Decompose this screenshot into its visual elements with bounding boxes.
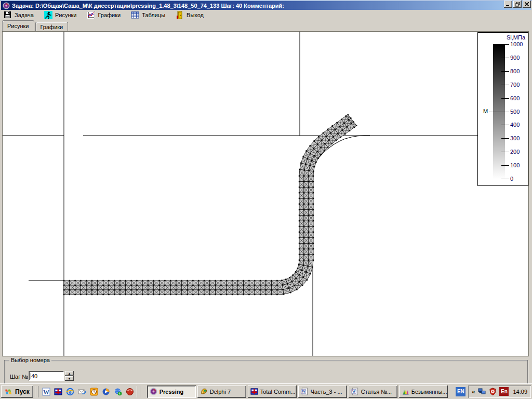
step-spinner: ▲ ▼ [65, 371, 74, 381]
total-commander-icon [250, 388, 258, 395]
colorbar-tick [501, 165, 509, 166]
step-number-label: Шаг № [10, 374, 28, 380]
table-icon [131, 11, 139, 19]
toolbar-label-task: Задача [15, 12, 34, 18]
word-icon[interactable]: W [41, 387, 51, 397]
outlook-express-icon[interactable] [77, 387, 87, 397]
download-manager-icon[interactable] [113, 387, 123, 397]
network-icon[interactable] [477, 388, 486, 396]
task-label: Статья №... [361, 389, 392, 395]
task-buttons: Pressing Delphi 7 Total Comm... W Часть_… [147, 385, 448, 398]
internet-explorer-icon[interactable]: e [65, 387, 75, 397]
task-label: Delphi 7 [210, 389, 231, 395]
colorbar-tick-label: 400 [510, 122, 520, 128]
spinner-down-button[interactable]: ▼ [65, 376, 74, 381]
taskbar-clock[interactable]: 14:09 [513, 389, 527, 395]
exit-button[interactable]: Выход [174, 10, 205, 20]
total-commander-icon[interactable] [53, 387, 63, 397]
antivirus-shield-icon[interactable] [488, 388, 497, 396]
toolbar-label-pictures: Рисунки [55, 12, 77, 18]
tab-pictures-label: Рисунки [7, 23, 29, 29]
language-indicator[interactable]: EN [456, 387, 466, 396]
task-button-delphi[interactable]: Delphi 7 [197, 385, 246, 398]
punto-switcher-indicator[interactable]: En [499, 387, 509, 396]
paint-icon [402, 388, 409, 395]
task-label: Total Comm... [260, 389, 296, 395]
tray-overflow-chevron[interactable]: « [472, 389, 475, 395]
tab-charts-label: Графики [41, 24, 63, 30]
step-number-input[interactable]: 40 [29, 371, 64, 381]
colorbar-tick-label: 1000 [510, 42, 523, 47]
svg-text:W: W [43, 388, 49, 395]
colorbar-tick-label: 300 [510, 136, 520, 141]
task-label: Pressing [159, 389, 183, 395]
die-lines [3, 32, 477, 356]
colorbar-tick-label: 700 [510, 82, 520, 88]
colorbar-title: Si,МПа [507, 34, 525, 41]
toolbar-label-charts: Графики [98, 12, 121, 18]
spinner-up-button[interactable]: ▲ [65, 371, 74, 376]
windows-logo-icon [5, 388, 13, 395]
step-group-legend: Выбор номера [9, 357, 51, 363]
colorbar-tick [501, 138, 509, 139]
colorbar-tick [501, 179, 509, 179]
task-button-word-doc-1[interactable]: W Часть_3 - ... [298, 385, 347, 398]
restore-button[interactable] [513, 1, 522, 8]
taskbar: Пуск We Pressing Delphi 7 Total Comm... … [0, 383, 532, 399]
browser-icon[interactable] [125, 387, 135, 397]
clock-app-icon[interactable] [89, 387, 99, 397]
start-button[interactable]: Пуск [1, 385, 33, 398]
colorbar-tick-label: 800 [510, 69, 520, 74]
titlebar[interactable]: Задача: D:\Общая\Саша_М\К диссертации\pr… [1, 1, 531, 10]
window-title: Задача: D:\Общая\Саша_М\К диссертации\pr… [12, 3, 284, 9]
task-button-pressing[interactable]: Pressing [147, 385, 196, 398]
colorbar-tick [501, 98, 509, 99]
line-chart-icon [87, 11, 95, 19]
workpiece-mesh [63, 114, 357, 295]
fem-simulation-view [3, 32, 528, 356]
colorbar-tick-label: 200 [510, 149, 520, 155]
pressing-app-icon [150, 388, 157, 395]
exit-door-icon [176, 11, 184, 19]
task-button[interactable]: Задача [2, 10, 35, 20]
colorbar-tick [501, 58, 509, 58]
colorbar-tick-label: 500 [510, 109, 520, 115]
colorbar-tick [501, 85, 509, 85]
colorbar-tick-label: 100 [510, 163, 520, 168]
taskbar-grip[interactable] [137, 386, 140, 397]
tab-pictures[interactable]: Рисунки [2, 20, 34, 31]
task-button-total-commander[interactable]: Total Comm... [248, 385, 297, 398]
colorbar-tick [501, 152, 509, 152]
simulation-canvas: Si,МПа 10009008007006005004003002001000 … [2, 31, 529, 356]
taskbar-grip[interactable] [35, 386, 38, 397]
toolbar-label-tables: Таблицы [142, 12, 165, 18]
word-doc-icon: W [351, 388, 359, 395]
task-button-untitled[interactable]: Безымянны... [399, 385, 448, 398]
colorbar-tick [501, 125, 509, 125]
delphi-icon [200, 388, 208, 395]
media-player-icon[interactable] [101, 387, 111, 397]
task-label: Безымянны... [411, 389, 447, 395]
pictures-button[interactable]: Рисунки [43, 10, 78, 20]
colorbar-tick-label: 0 [510, 176, 513, 182]
running-man-icon [44, 11, 52, 19]
task-button-word-doc-2[interactable]: W Статья №... [349, 385, 397, 398]
close-button[interactable] [523, 1, 531, 8]
step-panel: Выбор номера Шаг № 40 ▲ ▼ [1, 357, 531, 383]
floppy-disk-icon [4, 11, 12, 19]
app-icon [3, 2, 10, 9]
colorbar-tick [501, 71, 509, 72]
tables-button[interactable]: Таблицы [129, 10, 167, 20]
minimize-button[interactable] [504, 1, 512, 8]
colorbar-tick [501, 44, 509, 45]
charts-button[interactable]: Графики [85, 10, 122, 20]
toolbar: Задача Рисунки Графики Таблицы Выход [1, 10, 531, 20]
svg-text:W: W [301, 389, 305, 394]
start-button-label: Пуск [15, 388, 30, 395]
quick-launch-bar: We [41, 387, 135, 397]
step-number-value: 40 [31, 373, 37, 379]
system-tray: EN « En 14:09 [456, 385, 531, 398]
toolbar-label-exit: Выход [187, 12, 204, 18]
tab-charts[interactable]: Графики [35, 22, 69, 31]
colorbar-marker-label: M [483, 109, 488, 114]
